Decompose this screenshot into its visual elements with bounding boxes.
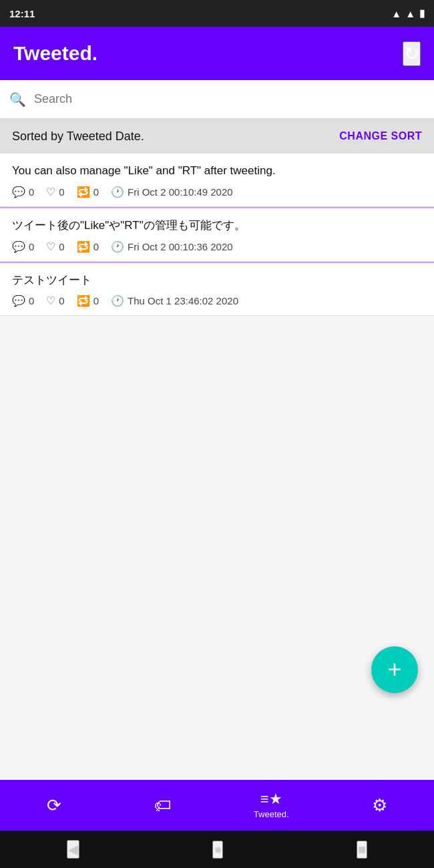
search-icon: 🔍 [9,91,26,107]
app-title: Tweeted. [13,42,97,65]
nav-tweeted-label: Tweeted. [254,809,289,819]
battery-icon: ▮ [419,7,425,19]
retweet-count: 🔁 0 [77,186,99,198]
tweet-text: テストツイート [12,272,422,288]
retweet-icon: 🔁 [77,294,90,307]
comment-count: 💬 0 [12,186,34,198]
tag-icon: 🏷 [154,795,172,816]
nav-item-history[interactable]: ⟳ [34,795,74,816]
tweeted-icon: ≡★ [260,792,282,807]
tweet-meta: 💬 0 ♡ 0 🔁 0 🕐 Fri Oct 2 00:10:36 2020 [12,240,422,253]
like-count: ♡ 0 [46,294,64,307]
tweet-meta: 💬 0 ♡ 0 🔁 0 🕐 Thu Oct 1 23:46:02 2020 [12,294,422,307]
clock-icon: 🕐 [111,294,124,307]
clock-icon: 🕐 [111,240,124,253]
settings-icon: ⚙ [372,795,387,816]
home-button[interactable]: ● [212,841,223,859]
tweet-item[interactable]: ツイート後の"Like"や"RT"の管理も可能です。 💬 0 ♡ 0 🔁 0 🕐… [0,207,434,262]
tweet-time: 🕐 Fri Oct 2 00:10:49 2020 [111,186,233,198]
nav-item-tag[interactable]: 🏷 [143,795,183,816]
tweet-meta: 💬 0 ♡ 0 🔁 0 🕐 Fri Oct 2 00:10:49 2020 [12,186,422,198]
tweet-time: 🕐 Fri Oct 2 00:10:36 2020 [111,240,233,253]
system-nav-bar: ◀ ● ■ [0,831,434,868]
nav-item-tweeted[interactable]: ≡★ Tweeted. [251,792,291,819]
sort-bar: Sorted by Tweeted Date. CHANGE SORT [0,119,434,154]
bottom-nav: ⟳ 🏷 ≡★ Tweeted. ⚙ [0,780,434,831]
tweet-item[interactable]: テストツイート 💬 0 ♡ 0 🔁 0 🕐 Thu Oct 1 23:46:02… [0,262,434,316]
change-sort-button[interactable]: CHANGE SORT [339,130,422,142]
search-bar: 🔍 [0,80,434,119]
refresh-button[interactable]: ↻ [403,41,421,66]
retweet-icon: 🔁 [77,186,90,198]
fab-container: + [371,646,418,693]
status-time: 12:11 [9,8,35,19]
add-tweet-button[interactable]: + [371,646,418,693]
comment-icon: 💬 [12,186,25,198]
tweet-list: You can also manage "Like" and "RT" afte… [0,154,434,780]
like-count: ♡ 0 [46,186,64,198]
comment-icon: 💬 [12,294,25,307]
comment-count: 💬 0 [12,294,34,307]
like-icon: ♡ [46,294,55,307]
comment-count: 💬 0 [12,240,34,253]
like-count: ♡ 0 [46,240,64,253]
sort-label: Sorted by Tweeted Date. [12,130,144,144]
nav-item-settings[interactable]: ⚙ [360,795,400,816]
retweet-count: 🔁 0 [77,294,99,307]
recent-button[interactable]: ■ [357,841,367,859]
back-button[interactable]: ◀ [67,840,79,859]
retweet-count: 🔁 0 [77,240,99,253]
tweet-text: You can also manage "Like" and "RT" afte… [12,163,422,179]
comment-icon: 💬 [12,240,25,253]
retweet-icon: 🔁 [77,240,90,253]
history-icon: ⟳ [47,795,61,816]
wifi-icon: ▲ [391,8,401,19]
like-icon: ♡ [46,240,55,253]
content-area: You can also manage "Like" and "RT" afte… [0,154,434,780]
search-input[interactable] [34,92,425,106]
like-icon: ♡ [46,186,55,198]
app-header: Tweeted. ↻ [0,27,434,80]
tweet-text: ツイート後の"Like"や"RT"の管理も可能です。 [12,218,422,234]
tweet-time: 🕐 Thu Oct 1 23:46:02 2020 [111,294,238,307]
signal-icon: ▲ [405,8,415,19]
tweet-item[interactable]: You can also manage "Like" and "RT" afte… [0,154,434,207]
status-bar: 12:11 ▲ ▲ ▮ [0,0,434,27]
clock-icon: 🕐 [111,186,124,198]
